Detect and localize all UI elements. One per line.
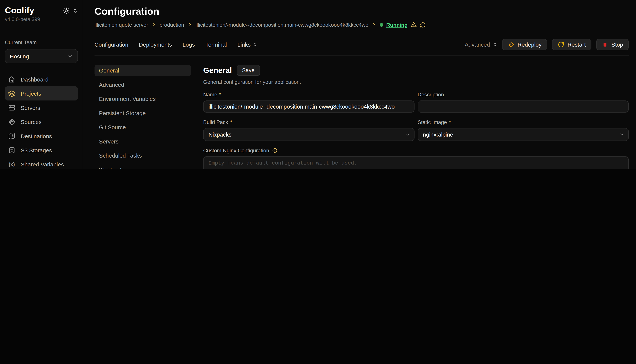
home-icon [8,76,16,83]
chevron-right-icon [151,22,156,27]
settings-nav-persistent-storage[interactable]: Persistent Storage [95,108,191,119]
team-select-value: Hosting [10,53,29,59]
coolify-app-window: Coolify v4.0.0-beta.399 Current Team Hos… [0,0,636,169]
git-source-icon [8,118,16,126]
sidebar-item-label: S3 Storages [21,147,52,154]
settings-nav-webhooks[interactable]: Webhooks [95,164,191,169]
static-image-value: nginx:alpine [423,131,453,138]
info-icon[interactable] [272,148,277,153]
refresh-status-icon[interactable] [420,22,426,28]
map-icon [8,132,16,140]
stop-pause-icon [602,42,608,48]
chevrons-up-down-icon [253,42,257,47]
chevron-right-icon [372,22,376,27]
required-marker: * [230,119,232,125]
sidebar-item-label: Dashboard [21,76,49,82]
sidebar-item-label: Sources [21,118,42,125]
breadcrumb-environment[interactable]: production [159,22,184,28]
sidebar-item-label: Shared Variables [21,161,64,168]
settings-nav-advanced[interactable]: Advanced [95,79,191,90]
theme-selector-icon[interactable] [73,8,78,13]
restart-icon [558,41,564,48]
settings-nav-environment-variables[interactable]: Environment Variables [95,93,191,104]
sidebar-item-shared-variables[interactable]: (x) Shared Variables [5,157,78,169]
description-input[interactable] [418,100,629,113]
sidebar-item-label: Projects [21,90,41,97]
name-input[interactable] [203,100,414,113]
main-area: Configuration illicitonion quote server … [82,0,636,169]
build-pack-label: Build Pack [203,119,228,125]
status-badge: Running [380,22,426,28]
settings-nav-general[interactable]: General [95,65,191,76]
chevron-down-icon [67,53,73,59]
stop-button[interactable]: Stop [596,39,629,50]
description-label: Description [418,92,444,98]
chevron-right-icon [187,22,192,27]
custom-nginx-label: Custom Nginx Configuration [203,148,269,154]
settings-nav: General Advanced Environment Variables P… [95,65,191,169]
chevron-down-icon [619,132,624,137]
tab-logs[interactable]: Logs [183,41,195,48]
sidebar-item-projects[interactable]: Projects [5,86,78,100]
tab-deployments[interactable]: Deployments [139,41,172,48]
sidebar-item-sources[interactable]: Sources [5,114,78,129]
name-label: Name [203,92,218,98]
static-image-select[interactable]: nginx:alpine [418,128,629,141]
status-dot [380,23,383,26]
static-image-label: Static Image [418,119,447,125]
save-button[interactable]: Save [237,65,260,76]
app-version: v4.0.0-beta.399 [5,16,78,22]
theme-sun-icon[interactable] [63,7,70,14]
sidebar-item-s3-storages[interactable]: S3 Storages [5,143,78,157]
build-pack-select[interactable]: Nixpacks [203,128,414,141]
database-icon [8,146,16,154]
variable-icon: (x) [8,160,16,168]
sidebar-nav: Dashboard Projects Servers Sources Desti… [5,72,78,169]
current-team-label: Current Team [5,39,78,45]
page-title: Configuration [95,6,629,17]
breadcrumb: illicitonion quote server production ill… [95,22,629,28]
general-settings-form: General Save General configuration for y… [203,65,629,169]
tab-terminal[interactable]: Terminal [205,41,227,48]
main-sidebar: Coolify v4.0.0-beta.399 Current Team Hos… [0,0,82,169]
team-select[interactable]: Hosting [5,49,78,63]
section-title-general: General [203,66,232,74]
layers-icon [8,90,16,97]
restart-button[interactable]: Restart [552,39,591,50]
chevron-down-icon [405,132,410,137]
sidebar-item-dashboard[interactable]: Dashboard [5,72,78,86]
app-logo: Coolify [5,6,34,16]
breadcrumb-project[interactable]: illicitonion quote server [95,22,148,28]
section-subtitle: General configuration for your applicati… [203,79,629,85]
settings-nav-scheduled-tasks[interactable]: Scheduled Tasks [95,150,191,161]
redeploy-icon [508,41,514,48]
sidebar-item-servers[interactable]: Servers [5,100,78,114]
status-running-link[interactable]: Running [386,22,408,28]
custom-nginx-textarea[interactable] [203,156,629,169]
breadcrumb-application[interactable]: illicitestonion/-module--decomposition:m… [195,22,369,28]
required-marker: * [449,119,451,125]
tab-links[interactable]: Links [237,41,257,48]
sidebar-item-destinations[interactable]: Destinations [5,129,78,143]
server-icon [8,104,16,111]
settings-nav-git-source[interactable]: Git Source [95,122,191,133]
build-pack-value: Nixpacks [208,131,232,138]
chevrons-up-down-icon [492,42,497,47]
sidebar-item-label: Destinations [21,132,52,139]
tab-bar: Configuration Deployments Logs Terminal … [95,39,629,50]
settings-nav-servers[interactable]: Servers [95,136,191,147]
tab-configuration[interactable]: Configuration [95,41,128,48]
redeploy-button[interactable]: Redeploy [502,39,547,50]
required-marker: * [219,92,221,98]
warning-triangle-icon[interactable] [410,22,417,28]
sidebar-item-label: Servers [21,104,40,111]
advanced-dropdown[interactable]: Advanced [465,41,497,48]
